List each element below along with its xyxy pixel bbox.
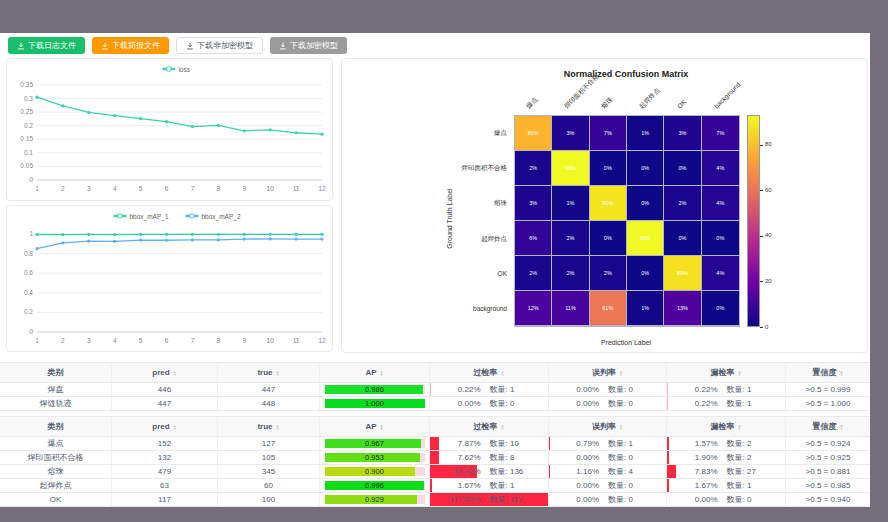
column-header-4[interactable]: 过检率▲▼ [430, 363, 549, 382]
colorbar-tickmark [760, 236, 763, 237]
rate-bar [549, 437, 550, 450]
sort-icon[interactable]: ▲▼ [173, 424, 177, 430]
column-header-4[interactable]: 过检率▲▼ [430, 417, 549, 436]
rate-percent: 1.67% [447, 481, 481, 490]
sort-icon[interactable]: ▲▼ [840, 424, 844, 430]
svg-text:0.8: 0.8 [24, 250, 33, 257]
cell-miss-rate: 1.67%数量: 1 [667, 479, 786, 492]
cell-class: 焊印面积不合格 [0, 451, 112, 464]
column-header-7[interactable]: 置信度▲▼ [786, 363, 870, 382]
sort-icon[interactable]: ▲▼ [840, 370, 844, 376]
rate-percent: 0.00% [565, 399, 599, 408]
svg-text:11: 11 [293, 185, 300, 192]
sort-icon[interactable]: ▲▼ [276, 370, 280, 376]
column-header-1[interactable]: pred▲▼ [112, 417, 218, 436]
column-header-3[interactable]: AP▲▼ [320, 363, 430, 382]
matrix-cell: 7% [590, 116, 627, 151]
matrix-cell: 2% [515, 256, 552, 291]
cell-true: 60 [218, 479, 320, 492]
rate-count: 数量: 1 [608, 438, 650, 449]
rate-text: 0.22%数量: 1 [684, 384, 769, 395]
rate-count: 数量: 1 [490, 384, 532, 395]
matrix-cell: 4% [702, 151, 739, 186]
column-header-5[interactable]: 误判率▲▼ [549, 363, 667, 382]
screen: 下载日志文件 下载简报文件 下载非加密模型 下载加密模型 [0, 0, 888, 522]
rate-percent: 0.79% [565, 439, 599, 448]
column-header-3[interactable]: AP▲▼ [320, 417, 430, 436]
rate-count: 数量: 0 [608, 480, 650, 491]
rate-percent: 1.16% [565, 467, 599, 476]
matrix-cell: 11% [552, 291, 589, 326]
table-row: 起焊炸点63600.9961.67%数量: 10.00%数量: 01.67%数量… [0, 479, 870, 493]
sort-icon[interactable]: ▲▼ [738, 424, 742, 430]
matrix-cell: 0% [664, 221, 701, 256]
cell-miss-rate: 0.00%数量: 0 [667, 493, 786, 506]
cell-class: 熔珠 [0, 465, 112, 478]
matrix-cell: 89% [664, 256, 701, 291]
download-plain-model-button[interactable]: 下载非加密模型 [176, 37, 263, 54]
table-header-row: 类别pred▲▼true▲▼AP▲▼过检率▲▼误判率▲▼漏检率▲▼置信度▲▼ [0, 363, 870, 383]
matrix-cell: 3% [664, 116, 701, 151]
rate-percent: 0.22% [684, 385, 718, 394]
sort-icon[interactable]: ▲▼ [501, 370, 505, 376]
rate-count: 数量: 0 [608, 384, 650, 395]
cell-over-rate: 0.00%数量: 0 [430, 397, 549, 410]
download-report-button[interactable]: 下载简报文件 [92, 37, 169, 54]
download-encrypted-model-label: 下载加密模型 [290, 40, 338, 51]
sort-icon[interactable]: ▲▼ [619, 370, 623, 376]
cell-over-rate: 117.00%数量: 117 [430, 493, 549, 506]
sort-icon[interactable]: ▲▼ [380, 424, 384, 430]
matrix-cell: 2% [552, 221, 589, 256]
ap-bar-track: 0.996 [325, 481, 425, 490]
sort-icon[interactable]: ▲▼ [276, 424, 280, 430]
column-header-label: AP [365, 422, 376, 431]
download-icon [186, 42, 194, 50]
colorbar-tick-label: 40 [765, 232, 772, 238]
cell-miss-rate: 0.22%数量: 1 [667, 383, 786, 396]
cell-class: 焊缝轨迹 [0, 397, 112, 410]
sort-icon[interactable]: ▲▼ [380, 370, 384, 376]
rate-percent: 39.42% [447, 467, 481, 476]
svg-text:12: 12 [318, 185, 326, 192]
sort-icon[interactable]: ▲▼ [619, 424, 623, 430]
column-header-7[interactable]: 置信度▲▼ [786, 417, 870, 436]
colorbar [747, 115, 760, 327]
matrix-column-label: OK [674, 97, 688, 111]
column-header-1[interactable]: pred▲▼ [112, 363, 218, 382]
rate-text: 1.67%数量: 1 [684, 480, 769, 491]
map-chart-card: 00.20.40.60.81123456789101112bbox_mAP_1b… [6, 205, 333, 352]
rate-percent: 0.00% [565, 481, 599, 490]
rate-text: 0.00%数量: 0 [565, 452, 650, 463]
column-header-2[interactable]: true▲▼ [218, 417, 320, 436]
cell-true: 127 [218, 437, 320, 450]
table-row: 焊盘4464470.9860.22%数量: 10.00%数量: 00.22%数量… [0, 383, 870, 397]
matrix-cell: 4% [702, 256, 739, 291]
sort-icon[interactable]: ▲▼ [173, 370, 177, 376]
rate-percent: 117.00% [447, 495, 481, 504]
matrix-cell: 4% [702, 186, 739, 221]
download-log-button[interactable]: 下载日志文件 [8, 37, 85, 54]
cell-over-rate: 1.67%数量: 1 [430, 479, 549, 492]
cell-confidence: >0.5 = 0.925 [786, 451, 870, 464]
matrix-row-label: background [473, 305, 507, 312]
rate-bar [430, 437, 439, 450]
sort-icon[interactable]: ▲▼ [501, 424, 505, 430]
ap-bar-track: 1.000 [325, 399, 425, 408]
column-header-6[interactable]: 漏检率▲▼ [667, 417, 786, 436]
rate-bar [667, 383, 668, 396]
cell-true: 105 [218, 451, 320, 464]
column-header-6[interactable]: 漏检率▲▼ [667, 363, 786, 382]
metrics-table-2: 类别pred▲▼true▲▼AP▲▼过检率▲▼误判率▲▼漏检率▲▼置信度▲▼爆点… [0, 416, 870, 507]
sort-icon[interactable]: ▲▼ [738, 370, 742, 376]
download-encrypted-model-button[interactable]: 下载加密模型 [270, 37, 347, 54]
matrix-cell: 0% [702, 291, 739, 326]
column-header-5[interactable]: 误判率▲▼ [549, 417, 667, 436]
loss-chart: 00.050.10.150.20.250.30.3512345678910111… [7, 59, 332, 204]
cell-class: 起焊炸点 [0, 479, 112, 492]
svg-text:0.1: 0.1 [24, 149, 33, 156]
rate-text: 0.00%数量: 0 [565, 384, 650, 395]
table-row: 焊缝轨迹4474481.0000.00%数量: 00.00%数量: 00.22%… [0, 397, 870, 411]
svg-text:0: 0 [29, 176, 33, 183]
column-header-2[interactable]: true▲▼ [218, 363, 320, 382]
cell-over-rate: 7.62%数量: 8 [430, 451, 549, 464]
